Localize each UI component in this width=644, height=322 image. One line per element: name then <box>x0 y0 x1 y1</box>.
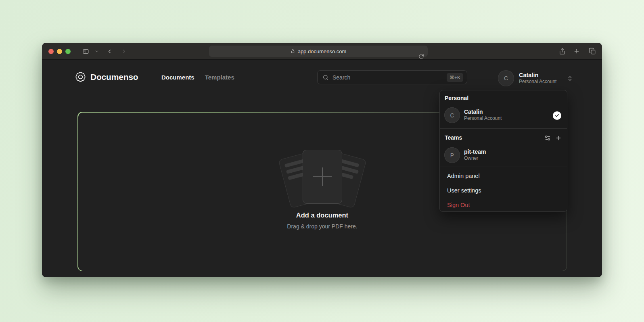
search-placeholder: Search <box>332 74 443 81</box>
brand-name: Documenso <box>90 72 138 82</box>
teams-section-label: Teams <box>445 134 462 141</box>
avatar: C <box>498 70 514 86</box>
search-shortcut-badge: ⌘+K <box>447 73 463 82</box>
menu-item-user-settings[interactable]: User settings <box>447 187 481 194</box>
close-window-button[interactable] <box>48 49 54 54</box>
team-item[interactable]: P pit-team Owner <box>444 147 561 163</box>
address-text: app.documenso.com <box>298 48 347 54</box>
search-input[interactable]: Search ⌘+K <box>317 70 467 84</box>
dropzone-title: Add a document <box>78 211 567 219</box>
account-switcher-text: Catalin Personal Account <box>519 72 556 85</box>
account-menu: Personal C Catalin Personal Account Team… <box>439 90 567 212</box>
personal-account-item[interactable]: C Catalin Personal Account <box>444 107 561 123</box>
forward-button[interactable] <box>119 43 129 60</box>
share-icon[interactable] <box>558 43 567 60</box>
personal-account-name: Catalin <box>464 109 502 116</box>
team-role: Owner <box>464 155 486 162</box>
address-bar[interactable]: app.documenso.com <box>209 46 428 57</box>
avatar: P <box>444 147 460 163</box>
sidebar-chevron-down-icon[interactable] <box>94 43 100 60</box>
account-switcher-button[interactable]: C Catalin Personal Account <box>498 70 573 86</box>
dropzone-subtitle: Drag & drop your PDF here. <box>78 223 567 230</box>
personal-section-label: Personal <box>445 95 468 101</box>
teams-actions <box>544 135 562 141</box>
browser-window: app.documenso.com <box>42 43 602 277</box>
new-tab-icon[interactable] <box>572 43 581 60</box>
traffic-lights <box>48 49 71 54</box>
personal-account-subtitle: Personal Account <box>464 115 502 122</box>
account-name: Catalin <box>519 72 556 79</box>
avatar: C <box>444 107 460 123</box>
sidebar-toggle-icon[interactable] <box>81 43 90 60</box>
main-nav: Documents Templates <box>161 74 234 81</box>
tab-overview-icon[interactable] <box>588 43 597 60</box>
back-button[interactable] <box>105 43 114 60</box>
create-team-plus-icon[interactable] <box>555 135 562 141</box>
add-document-card-plus-icon <box>303 150 342 204</box>
desktop-background: app.documenso.com <box>0 0 644 322</box>
selected-check-icon <box>553 111 561 120</box>
browser-toolbar: app.documenso.com <box>42 43 602 60</box>
app-content: Documenso Documents Templates Search ⌘+K… <box>42 60 602 277</box>
chevrons-up-down-icon <box>567 75 573 82</box>
menu-item-sign-out[interactable]: Sign Out <box>447 202 470 208</box>
manage-teams-icon[interactable] <box>544 135 551 141</box>
team-name: pit-team <box>464 148 486 156</box>
brand[interactable]: Documenso <box>75 71 138 82</box>
divider <box>440 167 567 167</box>
account-subtitle: Personal Account <box>519 79 556 85</box>
divider <box>440 128 567 129</box>
documenso-logo-icon <box>75 71 86 82</box>
zoom-window-button[interactable] <box>65 49 71 54</box>
menu-item-admin-panel[interactable]: Admin panel <box>447 173 480 179</box>
nav-documents[interactable]: Documents <box>161 74 194 81</box>
search-icon <box>322 74 329 81</box>
lock-icon <box>291 49 295 54</box>
minimize-window-button[interactable] <box>57 49 62 54</box>
nav-templates[interactable]: Templates <box>205 74 234 81</box>
document-stack-illustration <box>282 150 363 206</box>
